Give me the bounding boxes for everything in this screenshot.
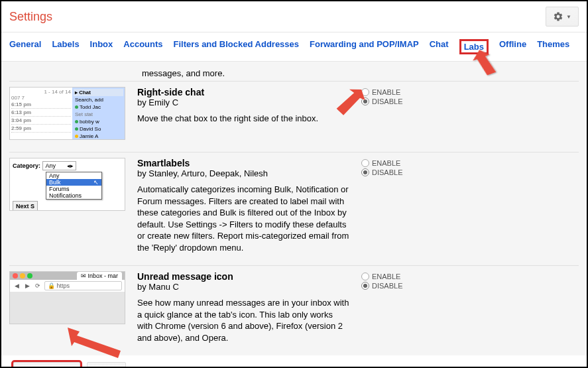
lab-author: by Emily C bbox=[137, 97, 349, 107]
dropdown-caret-icon: ▼ bbox=[566, 14, 571, 20]
truncated-prev-desc: messages, and more. bbox=[142, 68, 579, 78]
lab-thumbnail: Category: Any◂▸ Any Bulk ↖ Forums Notifi… bbox=[9, 158, 125, 211]
lab-title: Smartlabels bbox=[137, 158, 349, 168]
lab-row-unread-icon: ✉ Inbox - mar ◀▶⟳ 🔒 https Unread message… bbox=[9, 265, 579, 355]
lab-description: See how many unread messages are in your… bbox=[137, 297, 349, 343]
page-title: Settings bbox=[9, 10, 52, 24]
enable-radio[interactable]: ENABLE bbox=[361, 273, 434, 280]
lab-title: Unread message icon bbox=[137, 271, 349, 282]
tab-labels[interactable]: Labels bbox=[52, 39, 79, 54]
tab-inbox[interactable]: Inbox bbox=[90, 39, 113, 54]
disable-radio[interactable]: DISABLE bbox=[361, 282, 434, 290]
lab-thumbnail: ✉ Inbox - mar ◀▶⟳ 🔒 https bbox=[9, 271, 125, 324]
lab-row-smartlabels: Category: Any◂▸ Any Bulk ↖ Forums Notifi… bbox=[9, 152, 579, 265]
lab-title: Right-side chat bbox=[137, 87, 349, 97]
tab-general[interactable]: General bbox=[9, 39, 41, 54]
labs-list: messages, and more. 1 - 14 of 14 007 7 6… bbox=[1, 62, 587, 355]
lab-description: Automatically categorizes incoming Bulk,… bbox=[137, 184, 349, 253]
lab-author: by Stanley, Arturo, Deepak, Nilesh bbox=[137, 168, 349, 178]
tab-accounts[interactable]: Accounts bbox=[123, 39, 162, 54]
disable-radio[interactable]: DISABLE bbox=[361, 97, 434, 105]
tab-offline[interactable]: Offline bbox=[499, 39, 526, 54]
disable-radio[interactable]: DISABLE bbox=[361, 168, 434, 176]
lab-row-right-side-chat: 1 - 14 of 14 007 7 6:15 pm 6:13 pm 3:04 … bbox=[9, 81, 579, 152]
lab-description: Move the chat box to the right side of t… bbox=[137, 113, 349, 125]
button-bar: Save Changes Cancel bbox=[1, 355, 587, 368]
tab-labs[interactable]: Labs bbox=[459, 39, 489, 54]
enable-radio[interactable]: ENABLE bbox=[361, 159, 434, 167]
tab-filters[interactable]: Filters and Blocked Addresses bbox=[174, 39, 300, 54]
header: Settings ▼ bbox=[1, 1, 587, 32]
tab-themes[interactable]: Themes bbox=[537, 39, 569, 54]
lab-author: by Manu C bbox=[137, 282, 349, 292]
gear-icon bbox=[553, 11, 563, 22]
tab-chat[interactable]: Chat bbox=[430, 39, 449, 54]
tab-forwarding[interactable]: Forwarding and POP/IMAP bbox=[310, 39, 419, 54]
settings-gear-button[interactable]: ▼ bbox=[546, 7, 579, 27]
enable-radio[interactable]: ENABLE bbox=[361, 88, 434, 96]
lab-thumbnail: 1 - 14 of 14 007 7 6:15 pm 6:13 pm 3:04 … bbox=[9, 87, 125, 140]
cancel-button[interactable]: Cancel bbox=[87, 362, 126, 368]
save-changes-button[interactable]: Save Changes bbox=[13, 362, 80, 368]
settings-tabs: General Labels Inbox Accounts Filters an… bbox=[1, 32, 587, 62]
